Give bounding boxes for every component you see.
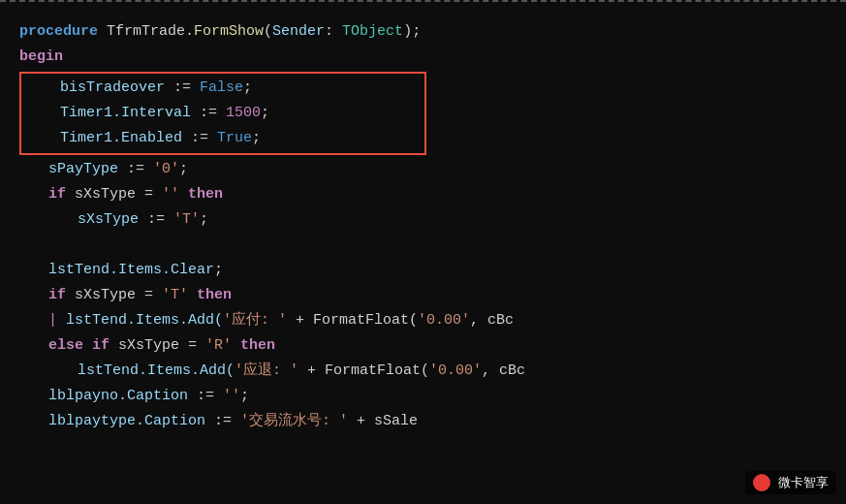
line-blank [19, 233, 827, 258]
code-block: procedure TfrmTrade.FormShow(Sender: TOb… [0, 8, 846, 434]
top-dashed-border [0, 0, 846, 8]
line-sxstype-assign: sXsType := 'T' ; [19, 207, 827, 233]
code-container: procedure TfrmTrade.FormShow(Sender: TOb… [0, 0, 846, 504]
line-if2: if sXsType = 'T' then [19, 283, 827, 308]
kw-procedure: procedure [19, 19, 98, 45]
watermark-text: 微卡智享 [778, 474, 829, 491]
highlight-box: bisTradeover := False ; Timer1.Interval … [19, 72, 426, 155]
watermark: 微卡智享 [745, 471, 836, 494]
line-lblpayno: lblpayno.Caption := '' ; [19, 384, 827, 409]
line-pipe-add: | lstTend.Items.Add( '应付: ' + FormatFloa… [19, 308, 827, 333]
line-timer1-enabled: Timer1.Enabled := True ; [31, 126, 409, 151]
line-lsttend-clear: lstTend.Items.Clear ; [19, 258, 827, 283]
line-begin: begin [19, 45, 827, 70]
line-timer1-interval: Timer1.Interval := 1500 ; [31, 101, 409, 126]
fn-name: FormShow [194, 19, 264, 45]
fn-class: TfrmTrade. [98, 19, 194, 45]
line-bistradeover: bisTradeover := False ; [31, 76, 409, 101]
line-lblpaytype: lblpaytype.Caption := '交易流水号: ' + sSale [19, 409, 827, 434]
watermark-icon [753, 474, 770, 491]
line-lsttend-add2: lstTend.Items.Add( '应退: ' + FormatFloat(… [19, 359, 827, 384]
line-proc: procedure TfrmTrade.FormShow(Sender: TOb… [19, 19, 827, 45]
line-spaytype: sPayType := '0' ; [19, 157, 827, 182]
line-else-if: else if sXsType = 'R' then [19, 333, 827, 359]
line-if1: if sXsType = '' then [19, 182, 827, 207]
